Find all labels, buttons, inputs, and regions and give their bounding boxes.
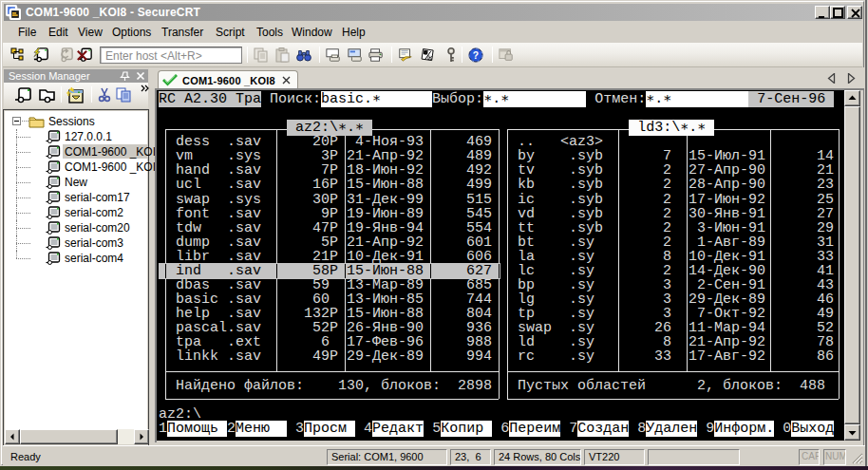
svg-text:?: ? xyxy=(473,50,479,61)
